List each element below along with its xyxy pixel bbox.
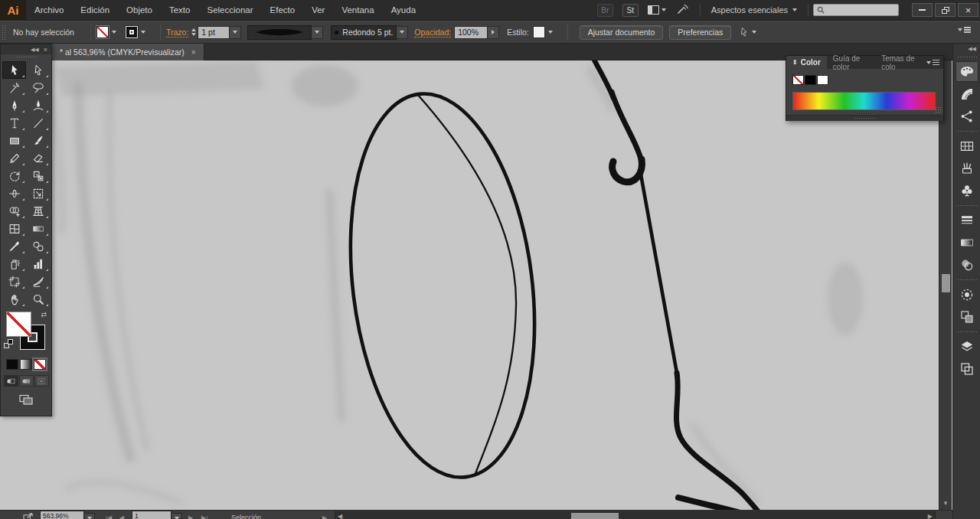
- panel-resize-grip[interactable]: [935, 106, 942, 114]
- perspective-grid-tool[interactable]: [26, 202, 50, 220]
- arrange-documents-button[interactable]: [648, 5, 666, 15]
- dock-color-button[interactable]: [956, 61, 978, 82]
- share-icon[interactable]: [677, 4, 689, 16]
- width-tool[interactable]: [2, 184, 26, 202]
- opacity-dropdown[interactable]: [488, 26, 499, 39]
- zoom-level-dropdown[interactable]: [85, 513, 95, 519]
- tools-panel-grip[interactable]: [1, 54, 51, 60]
- gradient-button[interactable]: [20, 359, 32, 370]
- last-artboard-icon[interactable]: ▶|: [201, 514, 207, 519]
- tab-color-guide[interactable]: Guía de color: [827, 56, 875, 69]
- slice-tool[interactable]: [26, 273, 50, 290]
- minimize-button[interactable]: [912, 3, 933, 17]
- menu-objeto[interactable]: Objeto: [118, 0, 161, 21]
- menu-ver[interactable]: Ver: [303, 0, 333, 21]
- opacity-input[interactable]: 100%: [454, 26, 488, 39]
- white-swatch[interactable]: [817, 75, 828, 85]
- rectangle-tool[interactable]: [2, 132, 26, 149]
- document-canvas[interactable]: [0, 60, 980, 510]
- tab-color[interactable]: ⇕ Color: [786, 56, 827, 69]
- menu-archivo[interactable]: Archivo: [26, 0, 72, 21]
- pencil-tool[interactable]: [2, 149, 26, 167]
- dock-group-grip[interactable]: [957, 279, 977, 282]
- opacity-label[interactable]: Opacidad:: [414, 28, 451, 38]
- stroke-weight-input[interactable]: 1 pt: [198, 26, 230, 39]
- vertical-scrollbar[interactable]: ▼: [939, 60, 952, 510]
- horizontal-scrollbar[interactable]: ◀ ▶: [335, 511, 936, 519]
- hand-tool[interactable]: [2, 290, 26, 308]
- close-button[interactable]: ×: [958, 3, 978, 17]
- magic-wand-tool[interactable]: [2, 79, 26, 96]
- scroll-left-arrow[interactable]: ◀: [338, 513, 342, 519]
- dock-group-grip[interactable]: [957, 130, 977, 133]
- horizontal-scrollbar-thumb[interactable]: [571, 513, 619, 519]
- artboard-number-input[interactable]: 1: [132, 511, 172, 519]
- collapse-panel-icon[interactable]: ◀◀: [31, 47, 39, 53]
- zoom-level-input[interactable]: 563,96%: [40, 511, 84, 519]
- variable-width-profile[interactable]: [247, 25, 312, 40]
- type-tool[interactable]: [2, 114, 26, 132]
- stroke-weight-dropdown[interactable]: [230, 26, 241, 39]
- dock-color-guide-button[interactable]: [956, 83, 978, 104]
- dock-group-grip[interactable]: [957, 56, 977, 59]
- scroll-right-arrow[interactable]: ▶: [928, 513, 933, 519]
- isolate-select-control[interactable]: [739, 27, 756, 38]
- dock-group-grip[interactable]: [957, 331, 977, 334]
- color-panel-footer[interactable]: [786, 115, 943, 121]
- shape-builder-tool[interactable]: [2, 202, 26, 220]
- dock-layers-button[interactable]: [956, 336, 978, 357]
- stock-button[interactable]: St: [622, 4, 639, 17]
- gradient-tool[interactable]: [26, 220, 50, 237]
- eraser-tool[interactable]: [26, 149, 50, 167]
- style-control[interactable]: [533, 26, 556, 38]
- search-box[interactable]: [813, 4, 899, 16]
- draw-normal-button[interactable]: [4, 375, 18, 387]
- lasso-tool[interactable]: [26, 79, 50, 96]
- dock-transparency-button[interactable]: [956, 254, 978, 275]
- paintbrush-tool[interactable]: [26, 132, 50, 149]
- fit-document-button[interactable]: Ajustar documento: [580, 25, 664, 40]
- document-tab[interactable]: * al 563,96% (CMYK/Previsualizar) ×: [52, 44, 204, 60]
- dock-appearance-button[interactable]: [956, 284, 978, 305]
- zoom-tool[interactable]: [26, 290, 50, 308]
- stroke-weight-label[interactable]: Trazo:: [166, 28, 188, 38]
- menu-seleccionar[interactable]: Seleccionar: [198, 0, 261, 21]
- pen-tool[interactable]: [2, 96, 26, 114]
- menu-texto[interactable]: Texto: [161, 0, 199, 21]
- black-swatch[interactable]: [805, 75, 816, 85]
- none-button[interactable]: [34, 359, 46, 370]
- artboard-tool[interactable]: [2, 273, 26, 290]
- app-logo[interactable]: Ai: [0, 0, 26, 21]
- dock-stroke-button[interactable]: [956, 210, 978, 230]
- bridge-button[interactable]: Br: [597, 4, 613, 17]
- dock-artboards-button[interactable]: [956, 358, 978, 379]
- scale-tool[interactable]: [26, 167, 50, 184]
- tab-close-icon[interactable]: ×: [191, 48, 196, 57]
- column-graph-tool[interactable]: [26, 255, 50, 273]
- screen-mode-button[interactable]: [1, 393, 51, 406]
- dock-brushes-button[interactable]: [956, 158, 978, 178]
- scroll-down-arrow[interactable]: ▼: [942, 500, 949, 507]
- fill-color-control[interactable]: [96, 26, 119, 38]
- stroke-weight-stepper[interactable]: [191, 28, 196, 36]
- dock-color-themes-button[interactable]: [956, 106, 978, 126]
- tab-color-themes[interactable]: Temas de colo: [875, 56, 926, 69]
- stroke-color-control[interactable]: [126, 26, 149, 38]
- default-fill-stroke-icon[interactable]: [4, 339, 13, 348]
- restore-button[interactable]: [935, 3, 956, 17]
- dock-group-grip[interactable]: [957, 204, 977, 207]
- status-bar-expand-icon[interactable]: ▶: [322, 514, 327, 519]
- color-button[interactable]: [6, 359, 18, 370]
- dock-gradient-button[interactable]: [956, 232, 978, 253]
- dock-symbols-button[interactable]: [956, 180, 978, 201]
- dock-swatches-button[interactable]: [956, 135, 978, 156]
- panel-grip[interactable]: [2, 24, 7, 40]
- menu-edicion[interactable]: Edición: [72, 0, 118, 21]
- width-profile-dropdown[interactable]: [312, 26, 323, 39]
- none-swatch[interactable]: [792, 75, 804, 85]
- prev-artboard-icon[interactable]: ◀: [119, 514, 124, 519]
- menu-efecto[interactable]: Efecto: [262, 0, 304, 21]
- draw-inside-button[interactable]: [34, 375, 49, 387]
- expand-panels-icon[interactable]: ◀◀: [964, 44, 980, 53]
- fill-indicator[interactable]: [6, 312, 31, 337]
